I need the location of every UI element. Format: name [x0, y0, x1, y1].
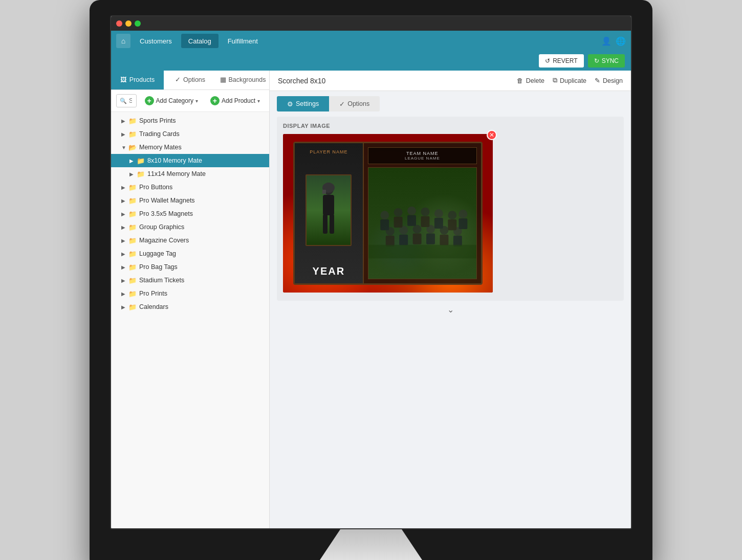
player-photo-area [305, 174, 352, 246]
btn-min[interactable] [125, 20, 132, 27]
display-image-label: DISPLAY IMAGE [283, 123, 618, 129]
btn-close[interactable] [116, 20, 122, 27]
tree-item-pro-prints[interactable]: ▶ 📁 Pro Prints [111, 287, 269, 300]
team-name-section: TEAM NAME LEAGUE NAME [368, 147, 477, 164]
svg-rect-22 [421, 216, 429, 227]
right-content: DISPLAY IMAGE ✕ PLAYER NAME [270, 117, 631, 528]
svg-point-7 [394, 208, 402, 217]
design-button[interactable]: ✎ Design [595, 77, 623, 84]
folder-icon: 📁 [128, 290, 137, 298]
folder-icon: 📁 [128, 303, 137, 311]
team-photo-area [368, 167, 477, 279]
tree-item-calendars[interactable]: ▶ 📁 Calendars [111, 300, 269, 313]
tab-products[interactable]: 🖼 Products [111, 71, 164, 89]
arrow-icon: ▶ [121, 225, 128, 230]
tree-item-pro-buttons[interactable]: ▶ 📁 Pro Buttons [111, 181, 269, 194]
delete-button[interactable]: 🗑 Delete [517, 77, 544, 84]
arrow-icon: ▶ [121, 291, 128, 297]
duplicate-button[interactable]: ⧉ Duplicate [553, 77, 586, 84]
arrow-icon: ▶ [129, 158, 137, 164]
options-tab[interactable]: ✓ Options [329, 96, 380, 111]
calendars-label: Calendars [139, 303, 168, 310]
add-product-plus-icon: + [210, 96, 220, 105]
home-button[interactable]: ⌂ [116, 34, 130, 48]
options-tab-label: Options [183, 76, 205, 83]
catalog-label: Catalog [188, 37, 211, 45]
svg-rect-19 [380, 219, 389, 230]
player-silhouette-svg [316, 180, 341, 241]
svg-point-15 [412, 225, 421, 234]
8x10-memory-mate-label: 8x10 Memory Mate [147, 157, 202, 164]
chevron-down-icon: ⌄ [447, 305, 454, 315]
tree-item-pro-3x5-magnets[interactable]: ▶ 📁 Pro 3.5x5 Magnets [111, 207, 269, 220]
tab-fulfillment[interactable]: Fulfillment [221, 34, 265, 48]
inner-card: PLAYER NAME [293, 142, 483, 285]
fulfillment-label: Fulfillment [228, 37, 258, 45]
tab-customers[interactable]: Customers [133, 34, 179, 48]
add-product-dropdown-icon: ▾ [257, 98, 260, 104]
search-icon: 🔍 [120, 98, 127, 104]
arrow-down-icon: ▼ [121, 145, 128, 150]
svg-rect-32 [368, 245, 476, 258]
customers-label: Customers [140, 37, 172, 45]
pro-wallet-magnets-label: Pro Wallet Magnets [139, 197, 195, 204]
tab-catalog[interactable]: Catalog [181, 34, 219, 48]
monitor-stand [320, 529, 422, 560]
year-label: YEAR [313, 265, 345, 277]
folder-icon: 📁 [128, 277, 137, 284]
titlebar [111, 16, 631, 31]
revert-button[interactable]: ↺ REVERT [539, 54, 583, 68]
folder-icon: 📁 [128, 263, 137, 271]
topnav-right: 👤 🌐 [601, 36, 626, 46]
svg-point-12 [459, 210, 467, 218]
memory-mates-label: Memory Mates [139, 144, 182, 151]
revert-label: REVERT [553, 57, 577, 64]
add-product-button[interactable]: + Add Product ▾ [206, 94, 264, 107]
luggage-tag-label: Luggage Tag [139, 250, 176, 257]
tree-item-pro-wallet-magnets[interactable]: ▶ 📁 Pro Wallet Magnets [111, 194, 269, 207]
main-layout: 🖼 Products ✓ Options ▦ Backgrounds [111, 71, 631, 528]
sync-label: SYNC [602, 57, 619, 64]
folder-icon: 📁 [128, 223, 137, 231]
tree-item-pro-bag-tags[interactable]: ▶ 📁 Pro Bag Tags [111, 260, 269, 274]
folder-icon: 📁 [128, 130, 137, 138]
svg-rect-29 [426, 234, 435, 244]
add-category-button[interactable]: + Add Category ▾ [141, 94, 202, 107]
tree-item-trading-cards[interactable]: ▶ 📁 Trading Cards [111, 127, 269, 141]
svg-point-11 [448, 211, 456, 219]
tree-item-sports-prints[interactable]: ▶ 📁 Sports Prints [111, 114, 269, 127]
magazine-covers-label: Magazine Covers [139, 237, 189, 244]
sync-icon: ↻ [594, 57, 599, 64]
folder-icon: 📁 [128, 210, 137, 218]
sync-button[interactable]: ↻ SYNC [588, 54, 625, 68]
settings-tab-bar: ⚙ Settings ✓ Options [270, 91, 631, 117]
tree-item-stadium-tickets[interactable]: ▶ 📁 Stadium Tickets [111, 274, 269, 287]
arrow-icon: ▶ [129, 171, 137, 177]
tab-backgrounds[interactable]: ▦ Backgrounds [216, 71, 269, 89]
options-tab-label: Options [347, 100, 369, 107]
tab-options[interactable]: ✓ Options [164, 71, 216, 89]
arrow-icon: ▶ [121, 198, 128, 204]
backgrounds-tab-icon: ▦ [220, 76, 226, 83]
tree-item-11x14-memory-mate[interactable]: ▶ 📁 11x14 Memory Mate [111, 167, 269, 181]
sports-prints-label: Sports Prints [139, 117, 176, 124]
backgrounds-tab-label: Backgrounds [229, 76, 266, 83]
svg-rect-5 [322, 190, 326, 194]
arrow-icon: ▶ [121, 251, 128, 257]
tree-item-8x10-memory-mate[interactable]: ▶ 📁 8x10 Memory Mate [111, 154, 269, 167]
tree-item-magazine-covers[interactable]: ▶ 📁 Magazine Covers [111, 234, 269, 247]
tree-item-group-graphics[interactable]: ▶ 📁 Group Graphics [111, 220, 269, 234]
11x14-memory-mate-label: 11x14 Memory Mate [147, 170, 206, 177]
tree-item-memory-mates[interactable]: ▼ 📂 Memory Mates [111, 141, 269, 154]
user-icon: 👤 [601, 36, 612, 46]
btn-max[interactable] [135, 20, 141, 27]
close-image-button[interactable]: ✕ [487, 130, 497, 140]
settings-tab-icon: ⚙ [287, 100, 293, 108]
left-panel: 🖼 Products ✓ Options ▦ Backgrounds [111, 71, 270, 528]
tree-item-luggage-tag[interactable]: ▶ 📁 Luggage Tag [111, 247, 269, 260]
trading-cards-label: Trading Cards [139, 130, 180, 138]
svg-point-10 [434, 209, 443, 218]
settings-tab[interactable]: ⚙ Settings [277, 96, 329, 111]
stadium-tickets-label: Stadium Tickets [139, 277, 184, 284]
arrow-icon: ▶ [121, 185, 128, 190]
